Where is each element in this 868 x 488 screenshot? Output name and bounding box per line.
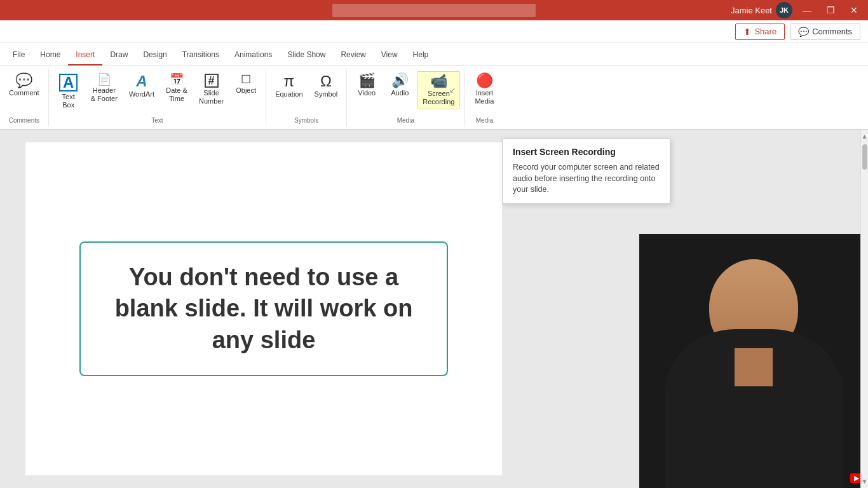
screen-recording-icon: 📹 — [430, 74, 447, 88]
ribbon-group-insert-media: 🔴 InsertMedia Media — [465, 69, 504, 126]
comments-group-label: Comments — [9, 114, 39, 124]
header-footer-icon: 📄 — [97, 74, 111, 85]
insert-media-group-items: 🔴 InsertMedia — [468, 71, 500, 114]
tab-animations[interactable]: Animations — [227, 45, 280, 65]
share-bar: ⬆ Share 💬 Comments — [0, 20, 868, 43]
insert-media-label: InsertMedia — [475, 89, 494, 105]
header-footer-label: Header& Footer — [91, 86, 118, 103]
slide-number-icon: # — [205, 74, 219, 88]
tab-help[interactable]: Help — [405, 45, 437, 65]
textbox-button[interactable]: A TextBox — [53, 71, 85, 112]
symbol-button[interactable]: Ω Symbol — [309, 71, 343, 101]
tab-design[interactable]: Design — [135, 45, 174, 65]
main-area: You don't need to use a blank slide. It … — [0, 130, 868, 488]
person-video-overlay: ▶ — [639, 234, 868, 488]
right-scrollbar[interactable]: ▲ ▼ — [860, 130, 868, 488]
scroll-thumb[interactable] — [862, 144, 867, 170]
person-neck — [735, 348, 773, 386]
audio-icon: 🔊 — [391, 74, 409, 88]
user-avatar: JK — [776, 2, 792, 18]
ribbon-content: 💬 Comment Comments A TextBox 📄 Header& F… — [0, 66, 868, 130]
tooltip-body: Record your computer screen and related … — [513, 162, 660, 196]
equation-button[interactable]: π Equation — [270, 71, 308, 101]
comment-label: Comment — [9, 89, 39, 97]
date-time-icon: 📅 — [170, 74, 184, 85]
tooltip-title: Insert Screen Recording — [513, 147, 660, 157]
wordart-button[interactable]: A WordArt — [124, 71, 159, 101]
audio-button[interactable]: 🔊 Audio — [384, 71, 416, 100]
ribbon-group-symbols: π Equation Ω Symbol Symbols — [266, 69, 347, 126]
text-group-items: A TextBox 📄 Header& Footer A WordArt 📅 D… — [53, 71, 262, 114]
textbox-icon: A — [59, 74, 78, 92]
object-label: Object — [236, 86, 256, 95]
cursor-overlay: ↙ — [449, 86, 456, 95]
media-group-items: 🎬 Video 🔊 Audio 📹 ScreenRecording ↙ — [351, 71, 460, 114]
slide-content[interactable]: You don't need to use a blank slide. It … — [25, 142, 502, 475]
screen-recording-button[interactable]: 📹 ScreenRecording ↙ — [417, 71, 460, 109]
header-footer-button[interactable]: 📄 Header& Footer — [86, 71, 123, 105]
comment-icon: 💬 — [798, 27, 809, 37]
restore-button[interactable]: ❐ — [822, 4, 840, 17]
share-button[interactable]: ⬆ Share — [735, 24, 785, 40]
wordart-icon: A — [136, 74, 147, 89]
object-button[interactable]: ☐ Object — [230, 71, 262, 97]
close-button[interactable]: ✕ — [845, 4, 863, 17]
tab-slideshow[interactable]: Slide Show — [280, 45, 333, 65]
minimize-button[interactable]: — — [797, 4, 817, 17]
comments-group-items: 💬 Comment — [4, 71, 44, 114]
textbox-label: TextBox — [62, 93, 75, 109]
equation-icon: π — [284, 74, 295, 89]
slide-text-box[interactable]: You don't need to use a blank slide. It … — [79, 241, 448, 376]
tab-insert[interactable]: Insert — [68, 45, 102, 65]
audio-label: Audio — [391, 89, 409, 97]
comments-label: Comments — [812, 27, 852, 36]
title-bar-center — [332, 4, 536, 17]
slide-number-label: SlideNumber — [199, 89, 224, 105]
video-button[interactable]: 🎬 Video — [351, 71, 383, 100]
comment-icon: 💬 — [15, 74, 32, 88]
equation-label: Equation — [275, 90, 302, 98]
symbol-icon: Ω — [320, 74, 332, 89]
media-group-label: Media — [397, 114, 414, 124]
wordart-label: WordArt — [129, 90, 154, 98]
date-time-label: Date &Time — [166, 86, 187, 103]
title-bar: Jamie Keet JK — ❐ ✕ — [0, 0, 868, 20]
share-icon: ⬆ — [743, 27, 751, 37]
symbols-group-label: Symbols — [294, 114, 318, 124]
scroll-up-arrow[interactable]: ▲ — [860, 131, 868, 142]
slide-main-text: You don't need to use a blank slide. It … — [106, 262, 421, 356]
user-badge: Jamie Keet JK — [731, 2, 792, 18]
insert-media-group-label: Media — [476, 114, 493, 124]
scroll-down-arrow[interactable]: ▼ — [860, 476, 868, 487]
ribbon-group-comments: 💬 Comment Comments — [0, 69, 49, 126]
ribbon-group-media: 🎬 Video 🔊 Audio 📹 ScreenRecording ↙ Medi… — [347, 69, 465, 126]
tooltip-box: Insert Screen Recording Record your comp… — [502, 139, 670, 204]
tab-view[interactable]: View — [374, 45, 405, 65]
video-label: Video — [358, 89, 376, 97]
tab-review[interactable]: Review — [333, 45, 373, 65]
title-bar-right: Jamie Keet JK — ❐ ✕ — [731, 2, 863, 18]
title-input[interactable] — [332, 4, 536, 17]
video-icon: 🎬 — [358, 74, 376, 88]
insert-media-button[interactable]: 🔴 InsertMedia — [468, 71, 500, 108]
date-time-button[interactable]: 📅 Date &Time — [161, 71, 193, 105]
share-label: Share — [754, 27, 776, 36]
tab-draw[interactable]: Draw — [102, 45, 135, 65]
tab-file[interactable]: File — [5, 45, 32, 65]
insert-media-icon: 🔴 — [476, 74, 493, 88]
comments-button[interactable]: 💬 Comments — [790, 24, 860, 40]
text-group-label: Text — [151, 114, 163, 124]
slide-number-button[interactable]: # SlideNumber — [194, 71, 229, 108]
username-label: Jamie Keet — [731, 6, 772, 15]
object-icon: ☐ — [241, 74, 251, 85]
tab-transitions[interactable]: Transitions — [175, 45, 227, 65]
ribbon-tabs: File Home Insert Draw Design Transitions… — [0, 43, 868, 66]
comment-button[interactable]: 💬 Comment — [4, 71, 44, 100]
symbols-group-items: π Equation Ω Symbol — [270, 71, 342, 114]
ribbon-group-text: A TextBox 📄 Header& Footer A WordArt 📅 D… — [49, 69, 266, 126]
tab-home[interactable]: Home — [32, 45, 68, 65]
symbol-label: Symbol — [315, 90, 338, 98]
